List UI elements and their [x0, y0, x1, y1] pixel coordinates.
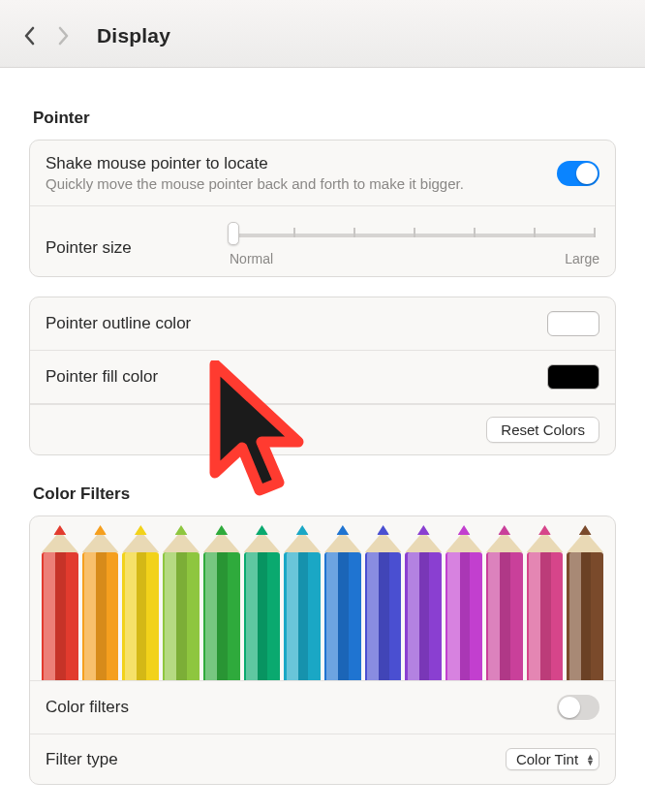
back-button[interactable] [14, 19, 46, 52]
reset-colors-button[interactable]: Reset Colors [486, 417, 599, 443]
filter-type-popup[interactable]: Color Tint ▲▼ [506, 748, 599, 770]
fill-color-label: Pointer fill color [46, 367, 547, 387]
color-filters-panel: Color filters Filter type Color Tint ▲▼ [29, 515, 616, 785]
pencil [527, 525, 564, 680]
fill-color-well[interactable] [547, 364, 599, 390]
outline-color-well[interactable] [547, 311, 599, 336]
pencil [244, 525, 281, 680]
up-down-chevron-icon: ▲▼ [586, 754, 595, 765]
title-bar: Display [0, 0, 645, 68]
pencil [163, 525, 200, 680]
chevron-right-icon [56, 26, 70, 46]
pointer-size-label: Pointer size [46, 238, 191, 258]
shake-toggle[interactable] [557, 161, 599, 186]
chevron-left-icon [23, 26, 37, 46]
pencil [486, 525, 523, 680]
color-filters-row: Color filters [30, 681, 615, 734]
pencil [42, 525, 78, 680]
pencil [405, 525, 442, 680]
pencil [324, 525, 361, 680]
fill-color-row: Pointer fill color [30, 351, 615, 404]
shake-label: Shake mouse pointer to locate [46, 154, 557, 173]
shake-sublabel: Quickly move the mouse pointer back and … [46, 175, 557, 192]
pencil [284, 525, 321, 680]
outline-color-row: Pointer outline color [30, 297, 615, 351]
pencil [203, 525, 240, 680]
outline-color-label: Pointer outline color [46, 314, 547, 333]
page-title: Display [97, 24, 170, 47]
slider-min-caption: Normal [230, 251, 273, 266]
pointer-colors-panel: Pointer outline color Pointer fill color… [29, 297, 616, 455]
pencil [122, 525, 159, 680]
slider-max-caption: Large [565, 251, 599, 266]
pointer-panel: Shake mouse pointer to locate Quickly mo… [29, 140, 616, 277]
filter-type-label: Filter type [46, 750, 506, 769]
forward-button[interactable] [46, 19, 79, 52]
pointer-section-header: Pointer [33, 109, 616, 128]
pencil [567, 525, 603, 680]
color-filters-section-header: Color Filters [33, 484, 616, 504]
pointer-size-slider[interactable] [230, 220, 599, 253]
color-filters-toggle[interactable] [557, 695, 599, 720]
pointer-size-row: Pointer size Normal Large [30, 206, 615, 276]
color-filters-preview [30, 516, 615, 681]
reset-colors-row: Reset Colors [30, 404, 615, 454]
pencil [82, 525, 119, 680]
pencil [365, 525, 402, 680]
pencil [445, 525, 482, 680]
filter-type-row: Filter type Color Tint ▲▼ [30, 734, 615, 784]
filter-type-value: Color Tint [516, 751, 578, 767]
shake-row: Shake mouse pointer to locate Quickly mo… [30, 141, 615, 206]
color-filters-label: Color filters [46, 698, 557, 717]
